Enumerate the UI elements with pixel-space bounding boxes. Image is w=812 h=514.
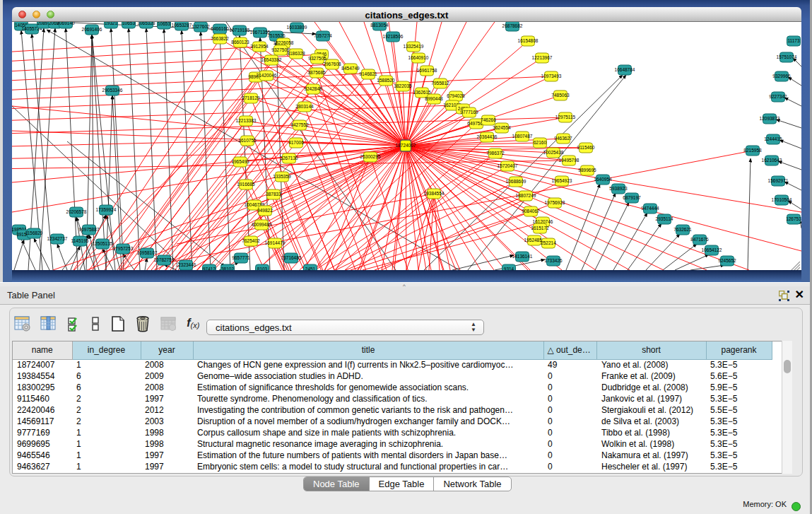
svg-text:9242848: 9242848: [304, 86, 322, 91]
svg-text:16154808: 16154808: [518, 38, 539, 43]
svg-text:18807249: 18807249: [516, 193, 536, 198]
svg-text:1733426: 1733426: [544, 258, 563, 263]
svg-text:16543382: 16543382: [261, 57, 282, 62]
svg-text:8215958: 8215958: [743, 148, 762, 153]
svg-text:9314: 9314: [504, 267, 514, 270]
svg-text:10719185: 10719185: [230, 28, 250, 33]
svg-text:7955812: 7955812: [431, 81, 449, 86]
svg-text:20364436: 20364436: [477, 134, 498, 139]
svg-text:9245652: 9245652: [718, 258, 736, 263]
svg-text:8186328: 8186328: [287, 51, 305, 56]
svg-text:9777169: 9777169: [460, 110, 478, 115]
svg-text:9084067: 9084067: [522, 209, 540, 214]
svg-text:12505135: 12505135: [93, 241, 113, 246]
svg-text:12323446: 12323446: [176, 262, 196, 267]
svg-text:2935114: 2935114: [656, 216, 673, 221]
svg-text:19654923: 19654923: [552, 178, 572, 183]
svg-text:10648784: 10648784: [615, 67, 635, 72]
svg-text:1327602: 1327602: [192, 24, 210, 29]
svg-text:10782759: 10782759: [154, 257, 175, 262]
svg-text:10653287: 10653287: [172, 23, 192, 28]
svg-text:7625402: 7625402: [242, 238, 260, 243]
svg-text:12342737: 12342737: [47, 236, 68, 241]
svg-text:126753: 126753: [786, 216, 801, 221]
svg-text:9474444: 9474444: [641, 206, 659, 211]
svg-text:20206578: 20206578: [66, 209, 87, 214]
svg-text:10807487: 10807487: [512, 134, 533, 139]
svg-text:9329966: 9329966: [772, 74, 791, 78]
svg-text:10688609: 10688609: [506, 179, 526, 184]
svg-text:16914479: 16914479: [265, 240, 286, 245]
svg-text:7632621: 7632621: [673, 227, 692, 232]
svg-text:2451: 2451: [305, 267, 316, 270]
svg-text:9115460: 9115460: [577, 145, 595, 150]
svg-text:1965493: 1965493: [231, 159, 249, 164]
svg-text:20691406: 20691406: [82, 27, 102, 32]
svg-text:12213967: 12213967: [532, 55, 553, 60]
svg-text:7515526: 7515526: [267, 33, 286, 38]
svg-text:14136141: 14136141: [512, 254, 533, 259]
svg-text:15692971: 15692971: [768, 178, 789, 183]
svg-text:3912954: 3912954: [250, 44, 269, 49]
svg-text:2718129: 2718129: [242, 95, 260, 100]
svg-text:16961758: 16961758: [417, 68, 437, 73]
svg-text:8990448: 8990448: [425, 96, 443, 101]
svg-text:3822035: 3822035: [394, 83, 412, 88]
svg-text:10025438: 10025438: [543, 150, 564, 155]
svg-text:19384554: 19384554: [424, 191, 445, 196]
svg-text:16210643: 16210643: [762, 158, 782, 163]
svg-text:16640910: 16640910: [408, 55, 429, 60]
svg-text:19218506: 19218506: [383, 34, 404, 39]
svg-text:9899695: 9899695: [578, 168, 596, 173]
svg-text:10654122: 10654122: [702, 247, 722, 252]
svg-text:8103: 8103: [257, 267, 268, 270]
svg-text:13325419: 13325419: [404, 44, 424, 49]
svg-text:1610755: 1610755: [238, 138, 257, 143]
svg-text:7485063: 7485063: [551, 93, 570, 98]
svg-text:7663822: 7663822: [211, 36, 229, 41]
svg-text:8660123: 8660123: [231, 40, 249, 45]
svg-text:12093873: 12093873: [760, 116, 780, 121]
svg-text:949822: 949822: [257, 208, 273, 213]
svg-text:9146821: 9146821: [359, 71, 377, 76]
svg-text:90975887: 90975887: [79, 227, 100, 232]
svg-text:17957253: 17957253: [113, 246, 134, 251]
svg-text:10653: 10653: [158, 22, 170, 26]
svg-text:38102: 38102: [221, 267, 234, 270]
svg-text:2069140: 2069140: [57, 22, 75, 25]
svg-text:8454749: 8454749: [341, 66, 360, 71]
svg-text:2803144: 2803144: [295, 104, 314, 109]
svg-text:9327505: 9327505: [308, 56, 326, 61]
svg-text:5938923: 5938923: [609, 186, 628, 191]
svg-text:9463627: 9463627: [554, 136, 572, 141]
svg-text:9227342: 9227342: [769, 94, 787, 99]
svg-text:19321: 19321: [105, 22, 117, 25]
svg-text:1615172: 1615172: [531, 226, 549, 230]
svg-text:13716485: 13716485: [281, 255, 302, 260]
svg-text:8471676: 8471676: [690, 237, 709, 242]
svg-text:18724007: 18724007: [396, 143, 416, 148]
svg-text:16033809: 16033809: [287, 25, 307, 30]
svg-text:1588520: 1588520: [377, 78, 395, 83]
svg-text:7986372: 7986372: [486, 151, 505, 156]
svg-text:417006: 417006: [288, 140, 304, 145]
svg-text:10973493: 10973493: [541, 74, 562, 78]
svg-text:1916685: 1916685: [237, 182, 255, 187]
svg-text:387833: 387833: [266, 192, 281, 197]
svg-text:26878682: 26878682: [502, 23, 523, 28]
svg-text:1244415: 1244415: [764, 136, 782, 141]
svg-text:3624554: 3624554: [493, 125, 511, 130]
svg-text:97412: 97412: [203, 267, 216, 270]
svg-text:17359924: 17359924: [96, 207, 117, 212]
svg-text:6466160: 6466160: [211, 26, 229, 31]
svg-text:11173: 11173: [787, 38, 799, 43]
svg-text:10958107: 10958107: [137, 250, 158, 255]
svg-text:12213383: 12213383: [236, 118, 257, 123]
svg-text:1145195: 1145195: [71, 238, 89, 243]
svg-text:17010504: 17010504: [772, 197, 792, 202]
svg-text:15751074: 15751074: [777, 54, 797, 59]
svg-text:12975115: 12975115: [555, 115, 576, 119]
svg-text:21420046: 21420046: [257, 73, 277, 78]
svg-text:7357274: 7357274: [314, 33, 332, 38]
svg-text:1065328: 1065328: [137, 22, 155, 25]
